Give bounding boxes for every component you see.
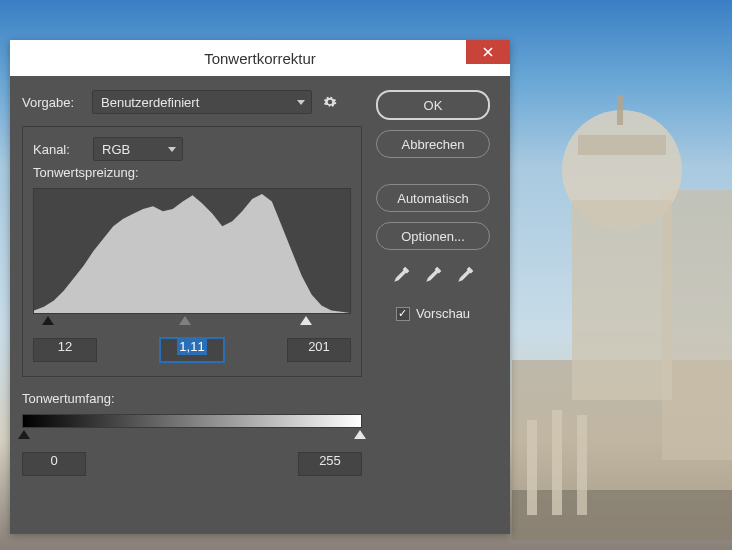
highlight-input[interactable]: 201 xyxy=(287,338,351,362)
svg-point-2 xyxy=(562,110,682,230)
output-white-slider[interactable] xyxy=(354,430,366,439)
close-icon xyxy=(483,47,493,57)
svg-rect-8 xyxy=(552,410,562,515)
levels-dialog: Tonwertkorrektur Vorgabe: Benutzerdefini… xyxy=(10,40,510,534)
output-white-input[interactable]: 255 xyxy=(298,452,362,476)
channel-dropdown[interactable]: RGB xyxy=(93,137,183,161)
histogram xyxy=(33,188,351,314)
svg-rect-3 xyxy=(572,200,672,400)
gray-point-eyedropper-icon[interactable] xyxy=(423,266,443,286)
output-slider-track xyxy=(22,430,362,444)
options-button[interactable]: Optionen... xyxy=(376,222,490,250)
close-button[interactable] xyxy=(466,40,510,64)
eyedropper-group xyxy=(391,266,475,286)
channel-label: Kanal: xyxy=(33,142,93,157)
channel-panel: Kanal: RGB Tonwertspreizung: xyxy=(22,126,362,377)
background-photo xyxy=(512,60,732,540)
white-point-eyedropper-icon[interactable] xyxy=(455,266,475,286)
shadow-slider[interactable] xyxy=(42,316,54,325)
preview-checkbox[interactable]: ✓ xyxy=(396,307,410,321)
svg-rect-7 xyxy=(527,420,537,515)
dialog-title: Tonwertkorrektur xyxy=(204,50,316,67)
svg-marker-10 xyxy=(34,194,350,313)
input-levels-label: Tonwertspreizung: xyxy=(33,165,351,180)
black-point-eyedropper-icon[interactable] xyxy=(391,266,411,286)
svg-rect-0 xyxy=(512,360,732,540)
output-levels-label: Tonwertumfang: xyxy=(22,391,362,406)
svg-rect-5 xyxy=(617,95,623,125)
output-black-input[interactable]: 0 xyxy=(22,452,86,476)
svg-rect-9 xyxy=(577,415,587,515)
cancel-button[interactable]: Abbrechen xyxy=(376,130,490,158)
channel-value: RGB xyxy=(102,142,130,157)
preview-label: Vorschau xyxy=(416,306,470,321)
highlight-slider[interactable] xyxy=(300,316,312,325)
titlebar: Tonwertkorrektur xyxy=(10,40,510,76)
output-gradient xyxy=(22,414,362,428)
midtone-slider[interactable] xyxy=(179,316,191,325)
gear-icon[interactable] xyxy=(322,94,338,110)
svg-rect-6 xyxy=(512,490,732,540)
input-slider-track xyxy=(33,316,351,330)
preset-dropdown[interactable]: Benutzerdefiniert xyxy=(92,90,312,114)
svg-rect-1 xyxy=(662,190,732,460)
preset-value: Benutzerdefiniert xyxy=(101,95,199,110)
ok-button[interactable]: OK xyxy=(376,90,490,120)
auto-button[interactable]: Automatisch xyxy=(376,184,490,212)
preview-checkbox-row: ✓ Vorschau xyxy=(396,306,470,321)
shadow-input[interactable]: 12 xyxy=(33,338,97,362)
preset-label: Vorgabe: xyxy=(22,95,92,110)
svg-rect-4 xyxy=(578,135,666,155)
midtone-input[interactable]: 1,11 xyxy=(160,338,224,362)
output-black-slider[interactable] xyxy=(18,430,30,439)
